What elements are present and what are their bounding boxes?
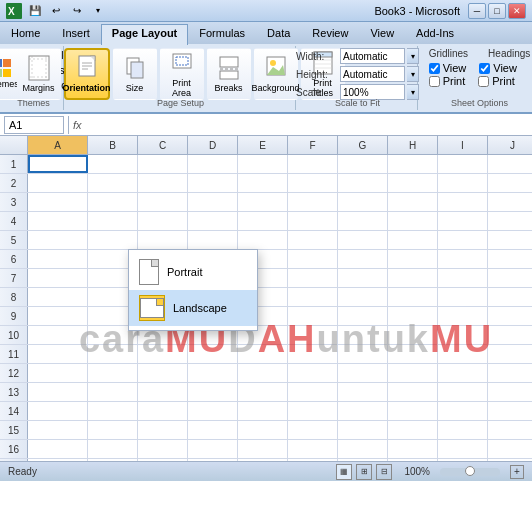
- cell[interactable]: [188, 421, 238, 439]
- cell[interactable]: [388, 212, 438, 230]
- cell[interactable]: [138, 383, 188, 401]
- height-dropdown[interactable]: ▾: [407, 66, 419, 82]
- cell[interactable]: [28, 402, 88, 420]
- row-number[interactable]: 11: [0, 345, 28, 363]
- page-break-view-btn[interactable]: ⊟: [376, 464, 392, 480]
- cell[interactable]: [288, 155, 338, 173]
- cell[interactable]: [438, 440, 488, 458]
- cell[interactable]: [28, 212, 88, 230]
- normal-view-btn[interactable]: ▦: [336, 464, 352, 480]
- cell[interactable]: [338, 269, 388, 287]
- cell[interactable]: [88, 174, 138, 192]
- cell[interactable]: [28, 155, 88, 173]
- cell[interactable]: [438, 364, 488, 382]
- cell[interactable]: [288, 421, 338, 439]
- cell[interactable]: [28, 440, 88, 458]
- row-number[interactable]: 2: [0, 174, 28, 192]
- row-number[interactable]: 13: [0, 383, 28, 401]
- cell[interactable]: [488, 212, 532, 230]
- margins-button[interactable]: Margins: [17, 48, 61, 100]
- cell[interactable]: [438, 155, 488, 173]
- width-dropdown[interactable]: ▾: [407, 48, 419, 64]
- cell[interactable]: [238, 402, 288, 420]
- cell[interactable]: [388, 250, 438, 268]
- cell[interactable]: [438, 383, 488, 401]
- cell[interactable]: [288, 174, 338, 192]
- cell[interactable]: [88, 345, 138, 363]
- cell[interactable]: [438, 193, 488, 211]
- cell[interactable]: [338, 345, 388, 363]
- cell[interactable]: [488, 250, 532, 268]
- cell[interactable]: [238, 421, 288, 439]
- name-box[interactable]: [4, 116, 64, 134]
- row-number[interactable]: 4: [0, 212, 28, 230]
- orientation-button[interactable]: Orientation: [64, 48, 110, 100]
- cell[interactable]: [488, 402, 532, 420]
- cell[interactable]: [288, 307, 338, 325]
- col-header-f[interactable]: F: [288, 136, 338, 154]
- cell[interactable]: [288, 440, 338, 458]
- cell[interactable]: [138, 231, 188, 249]
- cell[interactable]: [438, 307, 488, 325]
- cell[interactable]: [188, 345, 238, 363]
- cell[interactable]: [138, 345, 188, 363]
- cell[interactable]: [188, 212, 238, 230]
- cell[interactable]: [88, 402, 138, 420]
- cell[interactable]: [138, 193, 188, 211]
- cell[interactable]: [188, 155, 238, 173]
- print-area-button[interactable]: PrintArea: [160, 48, 204, 100]
- cell[interactable]: [388, 231, 438, 249]
- cell[interactable]: [488, 174, 532, 192]
- cell[interactable]: [338, 307, 388, 325]
- row-number[interactable]: 10: [0, 326, 28, 344]
- row-number[interactable]: 7: [0, 269, 28, 287]
- cell[interactable]: [238, 345, 288, 363]
- quick-dropdown-btn[interactable]: ▾: [89, 3, 107, 19]
- row-number[interactable]: 14: [0, 402, 28, 420]
- row-number[interactable]: 12: [0, 364, 28, 382]
- col-header-b[interactable]: B: [88, 136, 138, 154]
- cell[interactable]: [438, 288, 488, 306]
- cell[interactable]: [438, 231, 488, 249]
- col-header-g[interactable]: G: [338, 136, 388, 154]
- close-btn[interactable]: ✕: [508, 3, 526, 19]
- formula-input[interactable]: [86, 116, 528, 134]
- cell[interactable]: [28, 383, 88, 401]
- cell[interactable]: [28, 307, 88, 325]
- cell[interactable]: [138, 174, 188, 192]
- col-header-i[interactable]: I: [438, 136, 488, 154]
- height-input[interactable]: [340, 66, 405, 82]
- maximize-btn[interactable]: □: [488, 3, 506, 19]
- tab-data[interactable]: Data: [256, 24, 301, 44]
- cell[interactable]: [438, 326, 488, 344]
- gridlines-print-check[interactable]: [429, 76, 440, 87]
- cell[interactable]: [288, 269, 338, 287]
- cell[interactable]: [388, 421, 438, 439]
- cell[interactable]: [438, 269, 488, 287]
- cell[interactable]: [338, 421, 388, 439]
- cell[interactable]: [188, 364, 238, 382]
- portrait-option[interactable]: Portrait: [129, 254, 257, 290]
- cell[interactable]: [338, 193, 388, 211]
- row-number[interactable]: 1: [0, 155, 28, 173]
- cell[interactable]: [188, 402, 238, 420]
- cell[interactable]: [288, 345, 338, 363]
- cell[interactable]: [88, 155, 138, 173]
- cell[interactable]: [388, 269, 438, 287]
- cell[interactable]: [138, 440, 188, 458]
- quick-save-btn[interactable]: 💾: [26, 3, 44, 19]
- cell[interactable]: [88, 383, 138, 401]
- tab-addins[interactable]: Add-Ins: [405, 24, 465, 44]
- width-input[interactable]: [340, 48, 405, 64]
- cell[interactable]: [188, 193, 238, 211]
- cell[interactable]: [238, 231, 288, 249]
- tab-home[interactable]: Home: [0, 24, 51, 44]
- cell[interactable]: [238, 155, 288, 173]
- cell[interactable]: [238, 193, 288, 211]
- cell[interactable]: [238, 174, 288, 192]
- cell[interactable]: [388, 326, 438, 344]
- col-header-h[interactable]: H: [388, 136, 438, 154]
- cell[interactable]: [188, 440, 238, 458]
- cell[interactable]: [238, 212, 288, 230]
- cell[interactable]: [28, 326, 88, 344]
